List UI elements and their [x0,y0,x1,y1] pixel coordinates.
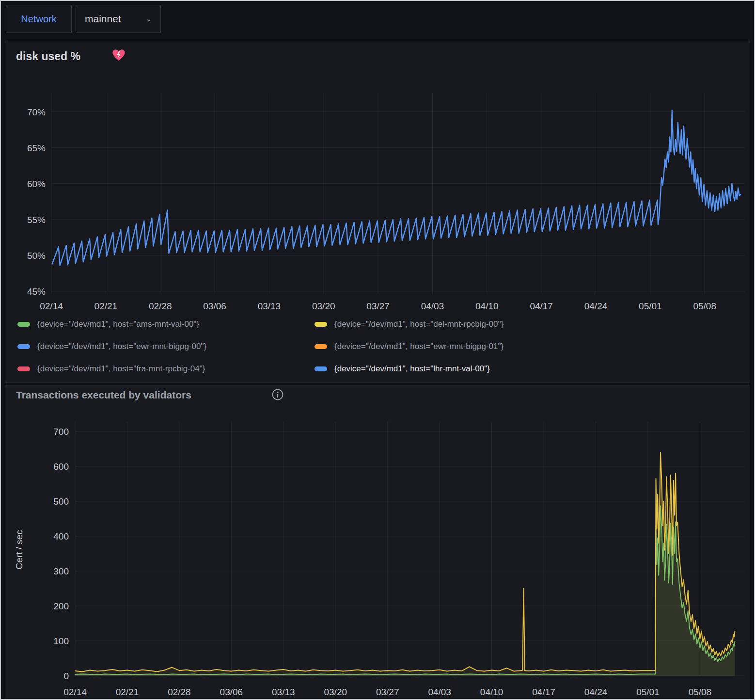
network-variable-dropdown[interactable]: mainnet ⌄ [76,5,161,33]
y-tick-label: 700 [53,427,69,437]
legend-series-label: {device="/dev/md1", host="ewr-mnt-bigpg-… [37,342,206,351]
legend-series-swatch [315,366,327,371]
y-tick-label: 300 [53,566,69,576]
x-tick-label: 04/24 [584,301,608,311]
y-tick-label: 500 [53,496,69,507]
x-tick-label: 02/28 [149,301,172,311]
x-tick-label: 04/03 [421,301,444,311]
x-tick-label: 02/14 [63,687,87,697]
x-tick-label: 04/03 [428,687,451,697]
x-tick-label: 02/28 [168,687,191,697]
legend-item[interactable]: {device="/dev/md1", host="ewr-mnt-bigpg-… [17,339,315,354]
x-tick-label: 03/20 [324,687,347,697]
panel-title: Transactions executed by validators [16,389,191,401]
disk-used-chart[interactable]: 45%50%55%60%65%70%02/1402/2102/2803/0603… [1,69,755,321]
y-tick-label: 600 [53,461,69,472]
disk-used-legend: {device="/dev/md1", host="ams-mnt-val-00… [17,317,749,377]
network-label-text: Network [21,14,56,25]
legend-series-swatch [315,322,327,327]
chevron-down-icon: ⌄ [145,15,152,23]
x-tick-label: 03/06 [220,687,243,697]
x-tick-label: 02/21 [94,301,118,311]
legend-series-label: {device="/dev/md1", host="ewr-mnt-bigpg-… [334,342,503,351]
x-tick-label: 03/13 [272,687,295,697]
y-tick-label: 400 [53,531,69,541]
panel-title: disk used % [16,50,80,63]
info-icon[interactable] [271,388,284,401]
x-tick-label: 03/27 [376,687,399,697]
y-tick-label: 70% [27,107,46,117]
transactions-chart[interactable]: 010020030040050060070002/1402/2102/2803/… [1,416,755,700]
legend-series-label: {device="/dev/md1", host="del-mnt-rpcbig… [334,319,503,329]
series-area [75,452,735,676]
series-line [75,506,735,674]
x-tick-label: 03/27 [366,301,390,311]
x-tick-label: 05/01 [636,687,660,697]
y-tick-label: 200 [53,601,69,611]
y-tick-label: 50% [27,251,46,261]
legend-series-swatch [17,366,30,371]
y-tick-label: 55% [27,215,46,225]
y-tick-label: 45% [27,286,46,297]
legend-item[interactable]: {device="/dev/md1", host="ewr-mnt-bigpg-… [315,339,749,354]
legend-series-swatch [315,344,327,349]
legend-series-label: {device="/dev/md1", host="ams-mnt-val-00… [37,319,199,329]
y-axis-title: Cert / sec [14,530,24,569]
series-area [75,506,735,676]
legend-series-label: {device="/dev/md1", host="lhr-mnt-val-00… [334,364,490,374]
legend-series-label: {device="/dev/md1", host="fra-mnt-rpcbig… [37,364,205,374]
x-tick-label: 05/08 [693,301,716,311]
x-tick-label: 02/21 [116,687,139,697]
network-variable-label: Network [6,5,72,33]
heart-break-icon [112,49,126,62]
y-tick-label: 60% [27,179,46,189]
x-tick-label: 05/01 [639,301,662,311]
x-tick-label: 04/17 [532,687,555,697]
y-tick-label: 65% [27,143,46,153]
x-tick-label: 03/20 [312,301,335,311]
series-line [52,111,740,266]
x-tick-label: 03/06 [203,301,226,311]
y-tick-label: 100 [53,636,69,646]
x-tick-label: 04/10 [475,301,499,311]
legend-series-swatch [17,344,30,349]
x-tick-label: 04/17 [530,301,553,311]
x-tick-label: 05/08 [689,687,712,697]
x-tick-label: 04/24 [584,687,608,697]
legend-item[interactable]: {device="/dev/md1", host="fra-mnt-rpcbig… [17,361,315,377]
series-line [75,452,735,671]
x-tick-label: 03/13 [258,301,281,311]
grafana-dashboard: Network mainnet ⌄ disk used % {device="/… [0,0,755,700]
x-tick-label: 02/14 [40,301,63,311]
legend-series-swatch [17,322,30,327]
network-value-text: mainnet [85,13,121,25]
x-tick-label: 04/10 [480,687,503,697]
legend-item[interactable]: {device="/dev/md1", host="lhr-mnt-val-00… [315,361,749,377]
y-tick-label: 0 [63,671,69,681]
